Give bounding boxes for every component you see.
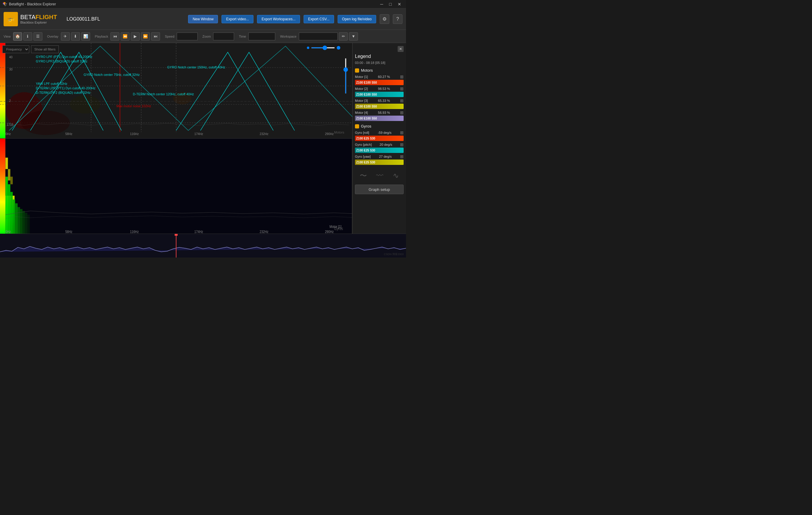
titlebar-controls: ─ □ ✕ bbox=[378, 1, 404, 7]
svg-text:116Hz: 116Hz bbox=[130, 229, 139, 233]
gyro-yaw-value: 27 deg/s bbox=[379, 155, 392, 158]
svg-text:40: 40 bbox=[9, 56, 13, 59]
overlay-group: Overlay ✈ ⬇ 📊 bbox=[47, 32, 90, 40]
zoom-range-slider[interactable] bbox=[311, 47, 335, 48]
svg-text:Motor [1]: Motor [1] bbox=[329, 225, 342, 228]
svg-point-6 bbox=[70, 95, 100, 114]
legend-title: Legend bbox=[355, 54, 404, 59]
zoom-dot bbox=[307, 47, 309, 49]
dterm-notch-label: D-TERM Notch center 120Hz, cutoff 40Hz bbox=[133, 92, 194, 96]
graph-setup-button[interactable]: Graph setup bbox=[355, 185, 404, 194]
settings-button[interactable]: ⚙ bbox=[380, 14, 389, 24]
gyro-lpf2-label: GYRO LPF2 (BIQUAD) cutoff 32Hz bbox=[36, 59, 87, 63]
close-button[interactable]: ✕ bbox=[395, 1, 404, 7]
filename: LOG00011.BFL bbox=[66, 17, 100, 22]
svg-text:0Hz: 0Hz bbox=[5, 229, 11, 233]
svg-rect-37 bbox=[8, 169, 10, 180]
max-motor-noise-label: Max motor noise 102Hz bbox=[116, 104, 151, 108]
view-home-button[interactable]: 🏠 bbox=[13, 32, 22, 40]
show-all-filters-button[interactable]: Show all filters bbox=[31, 46, 59, 53]
workspace-pencil-button[interactable]: ✏ bbox=[339, 32, 348, 40]
filter-bar: Frequency Show all filters bbox=[2, 46, 59, 53]
svg-text:174Hz: 174Hz bbox=[194, 132, 203, 136]
gyro-roll-grid-icon[interactable]: ⊞ bbox=[400, 130, 404, 135]
help-button[interactable]: ? bbox=[393, 14, 402, 24]
motor2-grid-icon[interactable]: ⊞ bbox=[400, 86, 404, 91]
playback-group: Playback ⏮ ⏪ ▶ ⏩ ⏭ bbox=[95, 32, 160, 40]
new-window-button[interactable]: New Window bbox=[188, 15, 218, 23]
playback-start-button[interactable]: ⏮ bbox=[111, 32, 119, 40]
export-workspaces-button[interactable]: Export Workspaces... bbox=[257, 15, 300, 23]
view-label: View bbox=[4, 35, 11, 38]
logo-text: BETAFLIGHT Blackbox Explorer bbox=[20, 13, 57, 25]
playback-next-button[interactable]: ⏩ bbox=[141, 32, 150, 40]
zoom-slider-container bbox=[307, 46, 340, 50]
svg-text:30: 30 bbox=[9, 68, 13, 71]
workspace-input[interactable] bbox=[299, 32, 338, 40]
legend-panel: ✕ Legend 03:00 - 08:18 [05:18] Motors Mo… bbox=[352, 43, 406, 234]
time-input[interactable]: 03:41.847 bbox=[249, 32, 275, 40]
svg-rect-47 bbox=[0, 234, 406, 258]
playback-end-button[interactable]: ⏭ bbox=[151, 32, 160, 40]
logo: 🚁 BETAFLIGHT Blackbox Explorer bbox=[4, 12, 57, 26]
legend-waveforms: 〜 〰 ∿ bbox=[355, 170, 404, 182]
svg-text:290Hz: 290Hz bbox=[325, 229, 334, 233]
motor3-bar: Z100 E100 S50 bbox=[355, 104, 404, 109]
time-group: Time 03:41.847 bbox=[239, 32, 275, 40]
motors-section: Motors bbox=[355, 68, 404, 73]
svg-rect-32 bbox=[20, 209, 22, 234]
motor1-grid-icon[interactable]: ⊞ bbox=[400, 74, 404, 79]
header: 🚁 BETAFLIGHT Blackbox Explorer LOG00011.… bbox=[0, 8, 406, 30]
view-list-button[interactable]: ☰ bbox=[33, 32, 42, 40]
export-video-button[interactable]: Export video... bbox=[222, 15, 254, 23]
minimize-button[interactable]: ─ bbox=[378, 1, 386, 7]
svg-text:2: 2 bbox=[9, 99, 11, 103]
gyro-yaw-grid-icon[interactable]: ⊞ bbox=[400, 154, 404, 159]
legend-close-button[interactable]: ✕ bbox=[398, 46, 404, 52]
view-info-button[interactable]: ℹ bbox=[23, 32, 32, 40]
zoom-label: Zoom bbox=[202, 35, 211, 38]
yaw-lpf-label: YAW LPF cutoff 32Hz bbox=[36, 82, 67, 85]
gyro-pitch-label: Gyro [pitch] bbox=[355, 143, 372, 146]
motor3-grid-icon[interactable]: ⊞ bbox=[400, 98, 404, 103]
overlay-land-button[interactable]: ⬇ bbox=[71, 32, 80, 40]
gyro-lpf-label: GYRO LPF (PT1) Dyn cutoff 40-200Hz bbox=[36, 55, 92, 58]
motors-section-label: Motors bbox=[361, 68, 373, 73]
vertical-slider[interactable] bbox=[345, 58, 346, 94]
open-log-button[interactable]: Open log file/video bbox=[338, 15, 376, 23]
overlay-graph-button[interactable]: 📊 bbox=[81, 32, 90, 40]
export-csv-button[interactable]: Export CSV... bbox=[303, 15, 334, 23]
waveform3-icon: ∿ bbox=[393, 171, 399, 180]
zoom-input[interactable]: 100% bbox=[213, 32, 234, 40]
speed-group: Speed 100% bbox=[165, 32, 198, 40]
svg-text:58Hz: 58Hz bbox=[65, 229, 72, 233]
svg-rect-38 bbox=[10, 177, 13, 184]
gyro-roll-bar: Z100 E25 S30 bbox=[355, 136, 404, 141]
svg-rect-49 bbox=[175, 234, 178, 236]
maximize-button[interactable]: □ bbox=[387, 1, 394, 7]
playback-prev-button[interactable]: ⏪ bbox=[121, 32, 129, 40]
motor1-item: Motor [1] 60.27 % ⊞ Z100 E100 S50 bbox=[355, 74, 404, 85]
gyro-pitch-grid-icon[interactable]: ⊞ bbox=[400, 142, 404, 147]
svg-text:Motors: Motors bbox=[334, 131, 345, 134]
gyros-section: Gyros bbox=[355, 124, 404, 129]
gyros-section-label: Gyros bbox=[361, 124, 371, 129]
motor2-bar: Z100 E100 S50 bbox=[355, 92, 404, 97]
view-group: View 🏠 ℹ ☰ bbox=[4, 32, 42, 40]
svg-rect-34 bbox=[25, 213, 27, 234]
svg-text:116Hz: 116Hz bbox=[130, 132, 139, 136]
workspace-dropdown-button[interactable]: ▼ bbox=[349, 32, 358, 40]
timeline[interactable]: CSDN 博客2003 bbox=[0, 234, 406, 258]
waveform1-icon: 〜 bbox=[360, 171, 367, 181]
speed-input[interactable]: 100% bbox=[177, 32, 198, 40]
speed-label: Speed bbox=[165, 35, 174, 38]
gyro-roll-value: -59 deg/s bbox=[378, 131, 392, 134]
titlebar: 🪁 Betaflight - Blackbox Explorer ─ □ ✕ bbox=[0, 0, 406, 8]
watermark: CSDN 博客2003 bbox=[384, 252, 404, 256]
motor2-value: 98.53 % bbox=[378, 87, 390, 90]
playback-play-button[interactable]: ▶ bbox=[131, 32, 140, 40]
overlay-flight-button[interactable]: ✈ bbox=[61, 32, 70, 40]
motor4-grid-icon[interactable]: ⊞ bbox=[400, 110, 404, 115]
motor2-label: Motor [2] bbox=[355, 87, 368, 90]
frequency-filter[interactable]: Frequency bbox=[2, 46, 29, 53]
